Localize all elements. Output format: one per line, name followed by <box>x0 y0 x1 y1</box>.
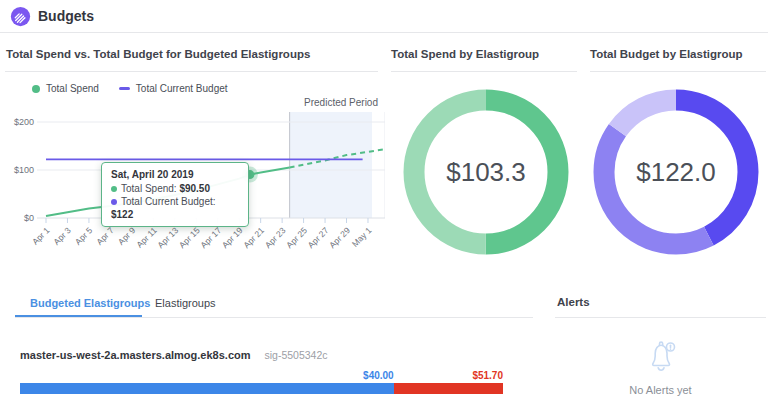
tooltip-budget-value: $122 <box>111 209 133 220</box>
svg-text:May 1: May 1 <box>350 225 374 249</box>
spent-bar-segment <box>20 383 394 394</box>
no-alerts-text: No Alerts yet <box>555 384 766 396</box>
tab-budgeted-elastigroups[interactable]: Budgeted Elastigroups <box>30 297 150 309</box>
svg-text:Apr 19: Apr 19 <box>220 225 245 250</box>
svg-text:Apr 3: Apr 3 <box>51 225 73 247</box>
section-divider <box>5 71 378 72</box>
bell-icon <box>637 332 685 380</box>
page-title: Budgets <box>38 8 94 24</box>
total-spend-value: $103.3 <box>401 87 571 257</box>
budget-bar-labels: $40.00 $51.70 <box>20 370 503 381</box>
total-budget-donut-title: Total Budget by Elastigroup <box>590 48 742 60</box>
tooltip-spend-row: Total Spend: $90.50 <box>111 182 239 195</box>
svg-text:Apr 5: Apr 5 <box>73 225 95 247</box>
chart-tooltip: Sat, April 20 2019 Total Spend: $90.50 T… <box>101 162 249 227</box>
svg-text:Apr 1: Apr 1 <box>30 225 52 247</box>
legend-item-total-spend[interactable]: Total Spend <box>32 83 99 94</box>
tooltip-budget-row: Total Current Budget: $122 <box>111 195 239 221</box>
svg-text:$200: $200 <box>14 117 34 127</box>
tab-elastigroups[interactable]: Elastigroups <box>155 297 216 309</box>
section-divider <box>590 71 766 72</box>
legend-label: Total Spend <box>46 83 99 94</box>
elastigroup-row: master-us-west-2a.masters.almog.ek8s.com… <box>20 349 328 361</box>
spent-amount-label: $40.00 <box>20 370 394 381</box>
svg-text:Apr 27: Apr 27 <box>306 225 331 250</box>
predicted-period-label: Predicted Period <box>280 97 378 108</box>
tabbar-divider <box>15 317 533 318</box>
legend-item-total-current-budget[interactable]: Total Current Budget <box>119 83 228 94</box>
alerts-title: Alerts <box>557 296 590 308</box>
spend-series-dot-icon <box>32 85 40 93</box>
section-divider <box>391 71 577 72</box>
legend-label: Total Current Budget <box>136 83 228 94</box>
elastigroup-name: master-us-west-2a.masters.almog.ek8s.com <box>20 349 251 361</box>
elastigroup-sig-id: sig-5505342c <box>265 349 328 361</box>
svg-text:Apr 23: Apr 23 <box>263 225 288 250</box>
budget-amount-label: $51.70 <box>394 370 503 381</box>
budget-progress-bar <box>20 383 503 394</box>
budget-series-dash-icon <box>119 87 130 90</box>
spend-vs-budget-title: Total Spend vs. Total Budget for Budgete… <box>6 48 310 60</box>
total-budget-donut-chart[interactable]: $122.0 <box>591 87 761 257</box>
tooltip-date: Sat, April 20 2019 <box>111 168 239 181</box>
total-spend-donut-title: Total Spend by Elastigroup <box>391 48 539 60</box>
svg-text:Apr 11: Apr 11 <box>134 225 159 250</box>
alerts-divider <box>555 317 766 318</box>
tooltip-spend-value: $90.50 <box>179 183 210 194</box>
app-header: Budgets <box>0 0 768 33</box>
svg-text:Apr 15: Apr 15 <box>177 225 202 250</box>
total-budget-value: $122.0 <box>591 87 761 257</box>
svg-text:Apr 7: Apr 7 <box>94 225 116 247</box>
svg-text:Apr 17: Apr 17 <box>198 225 223 250</box>
spend-bullet-icon <box>111 186 117 192</box>
chart-legend: Total Spend Total Current Budget <box>32 83 228 94</box>
svg-text:Apr 21: Apr 21 <box>241 225 266 250</box>
svg-text:Apr 29: Apr 29 <box>327 225 352 250</box>
svg-text:Apr 25: Apr 25 <box>284 225 309 250</box>
svg-text:$100: $100 <box>14 165 34 175</box>
active-tab-underline <box>15 315 142 317</box>
overbudget-bar-segment <box>394 383 503 394</box>
svg-text:$0: $0 <box>24 213 34 223</box>
svg-text:Apr 13: Apr 13 <box>155 225 180 250</box>
spotinst-logo-icon <box>10 6 31 27</box>
budget-bullet-icon <box>111 199 117 205</box>
total-spend-donut-chart[interactable]: $103.3 <box>401 87 571 257</box>
